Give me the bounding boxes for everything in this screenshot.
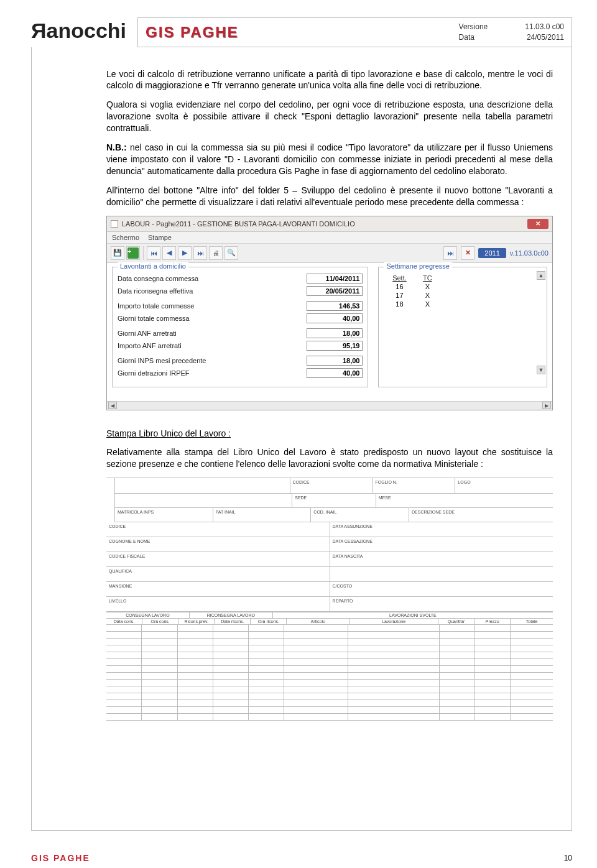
week-row-1-s: 17 [384, 291, 415, 300]
section-title-stampa: Stampa Libro Unico del Lavoro : [106, 428, 553, 440]
dialog-hscroll[interactable]: ◀ ▶ [107, 401, 552, 410]
right-row-1: DATA CESSAZIONE [330, 537, 553, 552]
meta-label-data: Data [459, 32, 488, 43]
paragraph-stampa: Relativamente alla stampa del Libro Unic… [106, 446, 553, 470]
prev-icon[interactable]: ◀ [162, 246, 176, 260]
content-frame: Le voci di calcolo di retribuzione verra… [31, 47, 572, 831]
dialog-title: LABOUR - Paghe2011 - GESTIONE BUSTA PAGA… [122, 220, 355, 228]
col-totale: Totale [511, 619, 553, 625]
field-value-5[interactable]: 95,19 [307, 341, 363, 351]
field-value-6[interactable]: 18,00 [307, 356, 363, 366]
version-text: v.11.03.0c00 [510, 249, 548, 257]
field-value-3[interactable]: 40,00 [307, 313, 363, 323]
field-label-4: Giorni ANF arretrati [118, 330, 307, 337]
col-ora-cons: Ora cons. [142, 619, 178, 625]
year-badge: 2011 [478, 248, 506, 258]
last-icon[interactable]: ⏭ [193, 246, 207, 260]
first-icon[interactable]: ⏮ [147, 246, 160, 260]
scroll-up-icon[interactable]: ▲ [537, 271, 545, 280]
right-row-5: REPARTO [330, 597, 553, 612]
lavorazioni-table: CONSEGNA LAVORO RICONSEGNA LAVORO LAVORA… [106, 612, 553, 721]
field-label-0: Data consegna commessa [118, 275, 307, 282]
table-row [106, 632, 553, 639]
menu-schermo[interactable]: Schermo [112, 234, 139, 241]
table-row [106, 714, 553, 721]
left-row-4: MANSIONE [106, 582, 330, 597]
col-articolo: Articolo [287, 619, 349, 625]
right-row-2: DATA NASCITA [330, 552, 553, 567]
table-row [106, 639, 553, 645]
hscroll-right-icon[interactable]: ▶ [542, 402, 551, 409]
field-value-0[interactable]: 11/04/2011 [307, 274, 363, 284]
field-value-2[interactable]: 146,53 [307, 301, 363, 311]
legend-lavoranti: Lavontanti a domicilio [118, 262, 188, 270]
field-label-1: Data riconsegna effettiva [118, 287, 307, 295]
add-icon[interactable]: + [126, 246, 140, 260]
col-prezzo: Prezzo [474, 619, 511, 625]
col-data-ricons: Data ricons. [215, 619, 251, 625]
nb-body: nel caso in cui la commessa sia su più m… [106, 142, 553, 176]
table-row [106, 686, 553, 693]
field-value-1[interactable]: 20/05/2011 [307, 286, 363, 296]
week-row-0-t: X [415, 282, 440, 291]
field-label-5: Importo ANF arretrati [118, 342, 307, 349]
print-icon[interactable]: 🖨 [209, 246, 223, 260]
field-label-6: Giorni INPS mesi precedente [118, 357, 307, 364]
meta-value-data: 24/05/2011 [525, 32, 564, 43]
scroll-down-icon[interactable]: ▼ [537, 366, 545, 374]
left-row-3: QUALIFICA [106, 567, 330, 582]
group-consegna: CONSEGNA LAVORO [106, 612, 190, 619]
field-label-2: Importo totale commesse [118, 302, 307, 310]
col-ora-ricons: Ora ricons. [251, 619, 287, 625]
week-row-2-t: X [415, 300, 440, 308]
dialog-titlebar: LABOUR - Paghe2011 - GESTIONE BUSTA PAGA… [107, 216, 552, 232]
field-label-7: Giorni detrazioni IRPEF [118, 369, 307, 377]
cancel-icon[interactable]: ✕ [461, 246, 474, 260]
fieldset-settimane: Settimane pregresse ▲ Sett. TC 16X 17X 1… [378, 267, 547, 387]
fieldset-lavoranti: Lavontanti a domicilio Data consegna com… [112, 267, 368, 387]
toolbar-separator [143, 246, 144, 260]
cell-codinail: COD. INAIL [310, 508, 409, 522]
window-icon [111, 220, 118, 228]
paragraph-nb: N.B.: nel caso in cui la commessa sia su… [106, 142, 553, 177]
field-value-7[interactable]: 40,00 [307, 368, 363, 378]
meta-label-versione: Versione [459, 22, 488, 32]
meta-value-versione: 11.03.0 c00 [525, 22, 564, 32]
logo-gis-paghe: GIS PAGHE [146, 24, 239, 41]
dialog-toolbar: 💾 + ⏮ ◀ ▶ ⏭ 🖨 🔍 ⏭ ✕ 2011 v.11. [107, 244, 552, 263]
week-row-2-s: 18 [384, 300, 415, 308]
table-row [106, 707, 553, 714]
header-meta: Versione Data 11.03.0 c00 24/05/2011 [459, 22, 564, 43]
hscroll-left-icon[interactable]: ◀ [108, 402, 117, 409]
skip-icon[interactable]: ⏭ [443, 246, 457, 260]
right-row-4: C/COSTO [330, 582, 553, 597]
left-row-1: COGNOME E NOME [106, 537, 330, 552]
table-row [106, 652, 553, 659]
field-value-4[interactable]: 18,00 [307, 328, 363, 338]
legend-settimane: Settimane pregresse [384, 262, 452, 270]
col-quantita: Quantita' [438, 619, 474, 625]
cell-pat: PAT INAIL [213, 508, 311, 522]
week-row-0-s: 16 [384, 282, 415, 291]
table-row [106, 700, 553, 707]
table-row [106, 645, 553, 652]
page-footer: GIS PAGHE 10 [0, 851, 597, 863]
save-icon[interactable]: 💾 [111, 246, 124, 260]
next-icon[interactable]: ▶ [178, 246, 192, 260]
cell-matricola: MATRICOLA INPS [115, 508, 213, 522]
col-ricons-prev: Ricons.prev. [178, 619, 215, 625]
week-row-1-t: X [415, 291, 440, 300]
close-button[interactable]: ✕ [527, 219, 548, 229]
weeks-header-sett: Sett. [384, 274, 415, 282]
dialog-menubar: Schermo Stampe [107, 232, 552, 244]
nb-prefix: N.B.: [106, 142, 127, 152]
cell-codice: CODICE [290, 478, 373, 493]
search-icon[interactable]: 🔍 [224, 246, 238, 260]
table-row [106, 693, 553, 700]
right-row-0: DATA ASSUNZIONE [330, 522, 553, 537]
left-row-0: CODICE [106, 522, 330, 537]
group-lavorazioni: LAVORAZIONI SVOLTE [273, 612, 553, 619]
paragraph-altre-info: All'interno del bottone "Altre info" del… [106, 185, 553, 208]
left-row-2: CODICE FISCALE [106, 552, 330, 567]
menu-stampe[interactable]: Stampe [148, 234, 172, 241]
